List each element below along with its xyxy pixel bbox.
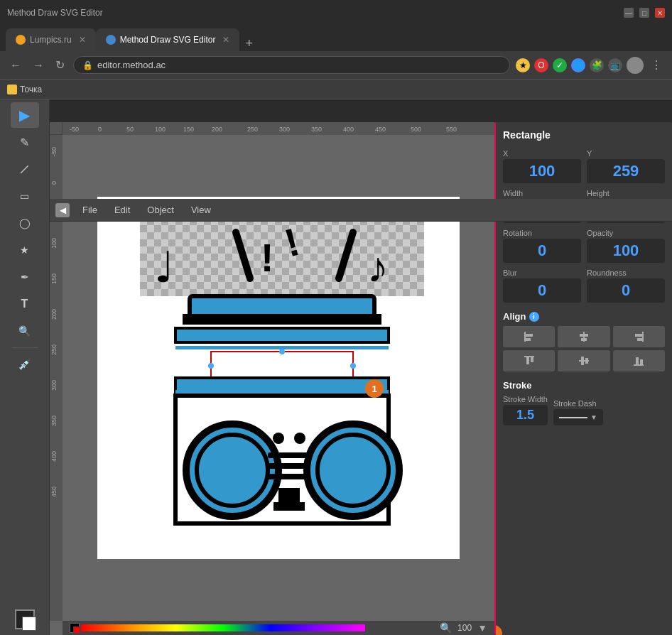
x-label: X <box>503 149 581 158</box>
svg-rect-79 <box>636 357 639 364</box>
menu-icon[interactable]: ⋮ <box>648 57 665 73</box>
opera-icon[interactable]: O <box>534 58 548 72</box>
svg-rect-57 <box>268 463 310 469</box>
align-top[interactable] <box>503 350 555 371</box>
tab-close-lumpics[interactable]: ✕ <box>79 35 86 45</box>
svg-text:150: 150 <box>183 126 194 133</box>
svg-point-54 <box>273 433 284 444</box>
svg-text:550: 550 <box>446 126 457 133</box>
svg-point-44 <box>350 363 356 369</box>
opacity-value[interactable]: 100 <box>587 239 665 263</box>
address-text: editor.method.ac <box>97 60 166 70</box>
svg-point-55 <box>294 433 305 444</box>
roundness-value[interactable]: 0 <box>587 278 665 303</box>
color-fill-tool[interactable] <box>15 609 35 629</box>
stroke-color-swatch[interactable] <box>73 626 80 634</box>
align-info-icon[interactable]: i <box>529 312 539 322</box>
svg-rect-70 <box>635 334 642 337</box>
tab-favicon-lumpics <box>16 35 26 45</box>
app-area: ◀ File Edit Object View ▶ ✎ | ▭ ◯ ★ ✒ T … <box>0 99 672 635</box>
svg-text:-50: -50 <box>50 147 58 156</box>
active-color-swatch[interactable] <box>70 623 80 633</box>
app-logo[interactable]: ◀ <box>55 203 70 217</box>
dropper-tool[interactable]: 💉 <box>11 352 39 377</box>
extensions-icon[interactable]: 🧩 <box>590 58 604 72</box>
svg-text:350: 350 <box>50 416 58 426</box>
svg-point-43 <box>208 363 214 369</box>
tab-method-draw[interactable]: Method Draw SVG Editor ✕ <box>96 28 240 51</box>
tab-label-method: Method Draw SVG Editor <box>120 35 216 45</box>
stroke-width-field: Stroke Width 1.5 <box>503 395 548 425</box>
svg-point-51 <box>197 435 268 506</box>
stroke-dash-select[interactable]: ▼ <box>553 409 603 425</box>
star-tool[interactable]: ★ <box>11 237 39 263</box>
align-bottom[interactable] <box>613 350 665 371</box>
text-tool[interactable]: T <box>11 291 39 317</box>
menu-edit[interactable]: Edit <box>107 202 137 218</box>
stroke-dash-field: Stroke Dash ▼ <box>553 399 603 425</box>
rotation-value[interactable]: 0 <box>503 239 581 263</box>
align-right-top[interactable] <box>613 326 665 347</box>
cast-icon[interactable]: 📺 <box>608 58 622 72</box>
profile-avatar[interactable] <box>627 57 644 74</box>
bookmark-item-tocka[interactable]: Точка <box>7 85 42 94</box>
tab-lumpics[interactable]: Lumpics.ru ✕ <box>6 28 96 51</box>
minimize-button[interactable]: — <box>624 8 634 18</box>
svg-rect-76 <box>581 357 584 365</box>
maximize-button[interactable]: □ <box>639 8 649 18</box>
svg-text:500: 500 <box>411 126 421 133</box>
blur-label: Blur <box>503 268 581 277</box>
refresh-button[interactable]: ↻ <box>53 57 67 73</box>
pen-tool[interactable]: ✒ <box>11 264 39 290</box>
svg-rect-58 <box>268 474 310 479</box>
y-value[interactable]: 259 <box>587 159 665 183</box>
close-button[interactable]: ✕ <box>655 8 665 18</box>
address-bar[interactable]: 🔒 editor.method.ac <box>73 56 510 74</box>
line-tool[interactable]: | <box>6 150 44 188</box>
blur-value[interactable]: 0 <box>503 278 581 303</box>
svg-text:!: ! <box>261 236 273 280</box>
star-icon[interactable]: ★ <box>516 58 530 72</box>
stroke-width-value[interactable]: 1.5 <box>503 405 548 425</box>
color-stroke-tool[interactable] <box>22 617 36 631</box>
svg-rect-65 <box>526 338 531 341</box>
shield-icon[interactable]: ✓ <box>553 58 567 72</box>
color-gradient-bar[interactable] <box>81 624 365 631</box>
align-section: Align i <box>503 311 665 371</box>
select-tool[interactable]: ▶ <box>11 102 39 128</box>
align-center-v[interactable] <box>558 350 609 371</box>
zoom-tool[interactable]: 🔍 <box>11 318 39 344</box>
svg-rect-71 <box>637 338 642 341</box>
x-value[interactable]: 100 <box>503 159 581 183</box>
browser-title: Method Draw SVG Editor <box>7 8 103 18</box>
menu-object[interactable]: Object <box>140 202 181 218</box>
svg-canvas[interactable]: ♩ ! ! ♪ <box>97 197 460 559</box>
svg-text:100: 100 <box>50 238 58 249</box>
menu-bar: ◀ File Edit Object View <box>50 199 672 222</box>
align-left-top[interactable] <box>503 326 555 347</box>
svg-text:200: 200 <box>212 126 222 133</box>
new-tab-button[interactable]: + <box>239 36 259 51</box>
svg-rect-72 <box>524 356 534 357</box>
tool-divider <box>12 347 38 348</box>
svg-rect-39 <box>183 314 381 325</box>
back-button[interactable]: ← <box>7 58 24 73</box>
tab-close-method[interactable]: ✕ <box>222 35 229 45</box>
ruler-corner <box>50 122 63 135</box>
menu-file[interactable]: File <box>75 202 104 218</box>
svg-rect-63 <box>524 332 526 342</box>
zoom-level: 100 <box>457 623 472 633</box>
stroke-width-label: Stroke Width <box>503 395 548 403</box>
ellipse-tool[interactable]: ◯ <box>11 210 39 236</box>
zoom-dropdown-button[interactable]: ▼ <box>477 622 487 634</box>
align-title: Align i <box>503 311 665 322</box>
zoom-out-button[interactable]: 🔍 <box>440 622 452 634</box>
vpn-icon[interactable]: 🌐 <box>571 58 585 72</box>
align-grid <box>503 326 665 371</box>
forward-button[interactable]: → <box>30 58 47 73</box>
align-center-h[interactable] <box>558 326 609 347</box>
svg-rect-69 <box>642 332 644 342</box>
svg-rect-64 <box>526 334 533 337</box>
menu-view[interactable]: View <box>184 202 218 218</box>
stroke-dash-preview <box>559 417 587 418</box>
